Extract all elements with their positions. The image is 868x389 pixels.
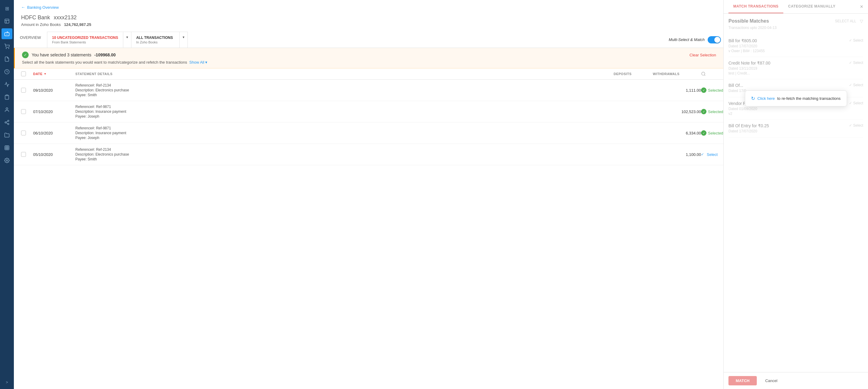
- table-row: 06/10/2020 Reference#: Ref-9871 Descript…: [14, 122, 723, 144]
- row-date-2: 07/10/2020: [33, 110, 75, 114]
- th-deposits: DEPOSITS: [614, 71, 653, 76]
- match-date-3: Dated 01/09/2020: [728, 107, 849, 111]
- match-date-1: Dated 13/11/2019: [728, 66, 849, 70]
- match-date-0: Dated 17/07/2020: [728, 44, 849, 48]
- tab-overview[interactable]: OVERVIEW: [14, 32, 47, 48]
- select-badge-4[interactable]: ✓ Select: [701, 152, 718, 157]
- filter-icon[interactable]: ▽: [860, 19, 863, 24]
- row-details-4: Reference#: Ref-2134 Description: Electr…: [75, 147, 614, 161]
- row-ref-4: Reference#: Ref-2134: [75, 147, 614, 152]
- sidebar: ⊞ >: [0, 0, 14, 389]
- match-item-0: Bill for ₹805.00 Dated 17/07/2020 v Ower…: [728, 35, 863, 57]
- row-action-1: ✓ Selected: [701, 87, 716, 93]
- home-icon[interactable]: ⊞: [1, 3, 12, 14]
- match-select-4[interactable]: ✓ Select: [849, 123, 863, 127]
- settings-icon[interactable]: [1, 155, 12, 166]
- main-area: ← Banking Overview HDFC Bank xxxx2132 Am…: [14, 0, 723, 389]
- show-all-text: Show All: [189, 60, 204, 64]
- uncategorized-sub: From Bank Statements: [52, 40, 118, 44]
- match-info-0: Bill for ₹805.00 Dated 17/07/2020 v Ower…: [728, 38, 849, 53]
- cart-icon[interactable]: [1, 41, 12, 52]
- clipboard-icon[interactable]: [1, 92, 12, 102]
- bank-amount: 124,762,987.25: [64, 22, 91, 27]
- row-details-1: Reference#: Ref-2134 Description: Electr…: [75, 83, 614, 97]
- multi-select-toggle[interactable]: [708, 36, 721, 43]
- back-link[interactable]: ← Banking Overview: [21, 5, 716, 10]
- check-circle-icon-2: ✓: [701, 109, 707, 114]
- row-checkbox-2[interactable]: [21, 109, 26, 114]
- transactions-upto: Transactions upto 2020-04-13: [728, 26, 863, 30]
- th-statement: STATEMENT DETAILS: [75, 71, 614, 76]
- selection-check-icon: ✓: [22, 52, 29, 58]
- panel-footer: MATCH Cancel: [724, 372, 868, 389]
- match-select-1[interactable]: ✓ Select: [849, 61, 863, 65]
- row-date-1: 09/10/2020: [33, 88, 75, 93]
- svg-point-20: [6, 160, 8, 161]
- analytics-icon[interactable]: [1, 79, 12, 90]
- th-search[interactable]: [701, 71, 716, 76]
- row-action-3: ✓ Selected: [701, 130, 716, 136]
- row-payee-1: Payee: Smith: [75, 93, 614, 97]
- back-link-text: Banking Overview: [27, 5, 59, 10]
- row-checkbox-3[interactable]: [21, 130, 26, 136]
- row-details-2: Reference#: Ref-9871 Description: Insura…: [75, 104, 614, 119]
- folder-icon[interactable]: [1, 130, 12, 141]
- check-icon-4: ✓: [701, 152, 705, 156]
- receipt-icon[interactable]: [1, 16, 12, 27]
- select-all-button[interactable]: SELECT ALL: [835, 19, 857, 23]
- selected-badge-3: ✓ Selected: [701, 130, 723, 136]
- panel-close-button[interactable]: ×: [860, 0, 863, 13]
- tab-uncategorized[interactable]: 10 UNCATEGORIZED TRANSACTIONS From Bank …: [47, 32, 123, 48]
- row-date-4: 05/10/2020: [33, 152, 75, 157]
- row-desc-3: Description: Insurance payment: [75, 131, 614, 135]
- tab-match-transactions[interactable]: MATCH TRANSACTIONS: [728, 0, 783, 13]
- transactions-table: DATE ▼ STATEMENT DETAILS DEPOSITS WITHDR…: [14, 68, 723, 389]
- multi-select-area: Multi-Select & Match: [669, 32, 723, 48]
- row-details-3: Reference#: Ref-9871 Description: Insura…: [75, 126, 614, 140]
- table-icon[interactable]: [1, 142, 12, 153]
- all-transactions-sub: In Zoho Books: [136, 40, 175, 44]
- tabs-bar: OVERVIEW 10 UNCATEGORIZED TRANSACTIONS F…: [14, 32, 723, 48]
- svg-point-11: [5, 122, 6, 123]
- match-select-0[interactable]: ✓ Select: [849, 38, 863, 42]
- clock-icon[interactable]: [1, 66, 12, 77]
- person-icon[interactable]: [1, 104, 12, 115]
- match-select-2[interactable]: ✓ Select: [849, 83, 863, 87]
- row-checkbox-4[interactable]: [21, 152, 26, 157]
- banking-icon[interactable]: [1, 28, 12, 39]
- match-select-3[interactable]: ✓ Select: [849, 101, 863, 105]
- match-date-4: Dated 17/07/2020: [728, 129, 849, 133]
- refetch-tooltip: ↻ Click here to re-fetch the matching tr…: [745, 90, 847, 107]
- match-title-2: Bill Of...: [728, 83, 849, 88]
- match-button[interactable]: MATCH: [728, 376, 757, 385]
- expand-sidebar-button[interactable]: >: [1, 379, 12, 386]
- row-withdrawal-4: 1,100.00: [653, 152, 701, 157]
- row-ref-2: Reference#: Ref-9871: [75, 104, 614, 109]
- svg-rect-15: [5, 146, 9, 150]
- row-payee-4: Payee: Smith: [75, 157, 614, 161]
- uncategorized-dropdown-button[interactable]: ▼: [123, 32, 131, 48]
- th-withdrawals: WITHDRAWALS: [653, 71, 701, 76]
- header-checkbox[interactable]: [21, 71, 26, 76]
- tab-categorize-manually[interactable]: CATEGORIZE MANUALLY: [783, 0, 840, 13]
- all-transactions-dropdown-button[interactable]: ▼: [180, 32, 188, 48]
- row-checkbox-1[interactable]: [21, 88, 26, 93]
- match-item-1: Credit Note for ₹87.00 Dated 13/11/2019 …: [728, 57, 863, 79]
- match-ref-3: v2: [728, 112, 849, 116]
- panel-body: Possible Matches SELECT ALL ▽ Transactio…: [724, 13, 868, 372]
- top-section: ← Banking Overview HDFC Bank xxxx2132 Am…: [14, 0, 723, 32]
- invoice-icon[interactable]: [1, 54, 12, 64]
- match-info-4: Bill Of Entry for ₹0.25 Dated 17/07/2020: [728, 123, 849, 134]
- table-header: DATE ▼ STATEMENT DETAILS DEPOSITS WITHDR…: [14, 68, 723, 80]
- cancel-button[interactable]: Cancel: [761, 376, 782, 385]
- match-title-0: Bill for ₹805.00: [728, 38, 849, 43]
- refetch-link[interactable]: Click here: [757, 96, 775, 101]
- svg-point-10: [7, 120, 9, 122]
- show-all-link[interactable]: Show All ▾: [189, 60, 208, 64]
- clear-selection-button[interactable]: Clear Selection: [689, 53, 716, 57]
- deposits-header-text: DEPOSITS: [614, 72, 632, 76]
- network-icon[interactable]: [1, 117, 12, 128]
- tab-all-transactions[interactable]: ALL TRANSACTIONS In Zoho Books: [131, 32, 180, 48]
- svg-point-5: [6, 48, 7, 49]
- refetch-text: to re-fetch the matching transactions: [777, 96, 841, 101]
